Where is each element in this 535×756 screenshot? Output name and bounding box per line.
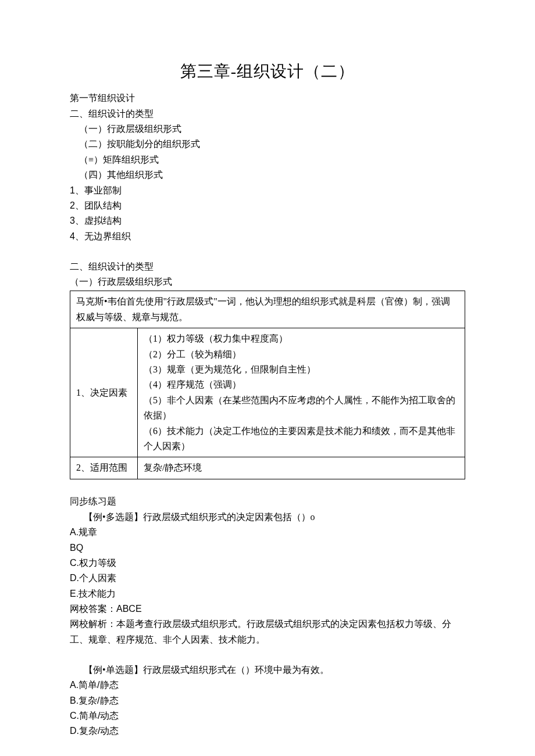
table-intro-cell: 马克斯•韦伯首先使用"行政层级式"一词，他认为理想的组织形式就是科层（官僚）制，… [70, 291, 465, 328]
factor-line: （2）分工（较为精细） [144, 347, 459, 362]
list-item: （≡）矩阵组织形式 [70, 152, 465, 167]
option: A.规章 [70, 525, 465, 540]
list-item: 3、虚拟结构 [70, 213, 465, 228]
content-table: 马克斯•韦伯首先使用"行政层级式"一词，他认为理想的组织形式就是科层（官僚）制，… [70, 291, 465, 479]
option: E.技术能力 [70, 586, 465, 601]
explanation: 网校解析：本题考查行政层级式组织形式。行政层级式组织形式的决定因素包括权力等级、… [70, 617, 465, 647]
list-item: 4、无边界组织 [70, 229, 465, 244]
list-item: （一）行政层级组织形式 [70, 121, 465, 137]
list-item: （四）其他组织形式 [70, 167, 465, 182]
table-value-cell: 复杂/静态环境 [138, 457, 465, 479]
exercise-heading: 同步练习题 [70, 494, 465, 509]
table-value-cell: （1）权力等级（权力集中程度高） （2）分工（较为精细） （3）规章（更为规范化… [138, 328, 465, 457]
table-label-cell: 2、适用范围 [70, 457, 138, 479]
factor-line: （5）非个人因素（在某些范围内不应考虑的个人属性，不能作为招工取舍的依据） [144, 393, 459, 424]
option: A.简单/静态 [70, 678, 465, 693]
option: BQ [70, 540, 465, 556]
subheading: 二、组织设计的类型 [70, 106, 465, 121]
list-item: 1、事业部制 [70, 183, 465, 198]
factor-line: （6）技术能力（决定工作地位的主要因素是技术能力和绩效，而不是其他非个人因素） [144, 424, 459, 454]
factor-line: （4）程序规范（强调） [144, 377, 459, 392]
table-label-cell: 1、决定因素 [70, 328, 138, 457]
option: C.权力等级 [70, 556, 465, 571]
option: D.复杂/动态 [70, 723, 465, 739]
factor-line: （1）权力等级（权力集中程度高） [144, 331, 459, 346]
factor-line: （3）规章（更为规范化，但限制自主性） [144, 362, 459, 377]
table-row: 马克斯•韦伯首先使用"行政层级式"一词，他认为理想的组织形式就是科层（官僚）制，… [70, 291, 465, 328]
section-heading: 第一节组织设计 [70, 91, 465, 106]
option: D.个人因素 [70, 571, 465, 586]
list-item: （二）按职能划分的组织形式 [70, 137, 465, 152]
subheading: 二、组织设计的类型 [70, 259, 465, 274]
list-item: 2、团队结构 [70, 198, 465, 213]
page-title: 第三章-组织设计（二） [70, 58, 465, 85]
option: C.简单/动态 [70, 708, 465, 723]
answer: 网校答案：ABCE [70, 601, 465, 617]
table-row: 2、适用范围 复杂/静态环境 [70, 457, 465, 479]
question-stem: 【例•多选题】行政层级式组织形式的决定因素包括（）o [70, 510, 465, 525]
question-stem: 【例•单选题】行政层级式组织形式在（）环境中最为有效。 [70, 662, 465, 678]
table-row: 1、决定因素 （1）权力等级（权力集中程度高） （2）分工（较为精细） （3）规… [70, 328, 465, 457]
list-item: （一）行政层级组织形式 [70, 274, 465, 289]
option: B.复杂/静态 [70, 693, 465, 708]
